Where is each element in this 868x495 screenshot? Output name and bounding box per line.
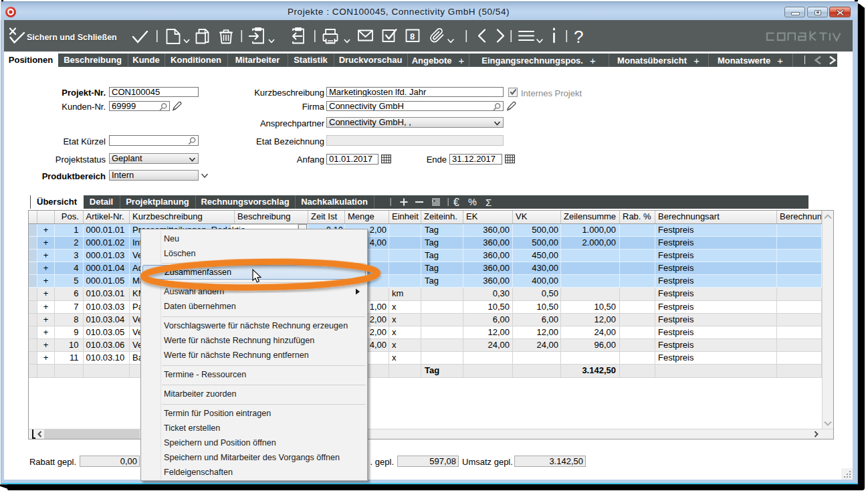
svg-text:€: € bbox=[453, 197, 459, 208]
svg-text:?: ? bbox=[574, 27, 583, 47]
svg-text:Σ: Σ bbox=[485, 197, 492, 208]
svg-text:Sichern und Schließen: Sichern und Schließen bbox=[27, 33, 117, 42]
svg-text:%: % bbox=[468, 197, 477, 207]
svg-text:8: 8 bbox=[410, 31, 415, 41]
